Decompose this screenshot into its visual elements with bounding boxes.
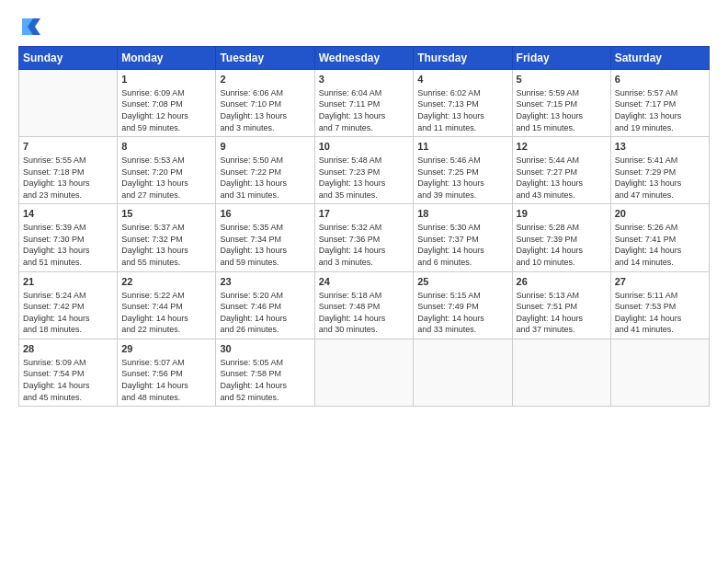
- calendar-cell: 11Sunrise: 5:46 AM Sunset: 7:25 PM Dayli…: [414, 137, 512, 204]
- calendar-cell: 14Sunrise: 5:39 AM Sunset: 7:30 PM Dayli…: [19, 204, 118, 271]
- calendar-cell: 21Sunrise: 5:24 AM Sunset: 7:42 PM Dayli…: [19, 271, 118, 339]
- calendar-cell: 16Sunrise: 5:35 AM Sunset: 7:34 PM Dayli…: [216, 204, 314, 271]
- calendar-cell: [314, 339, 414, 406]
- day-info: Sunrise: 6:04 AM Sunset: 7:11 PM Dayligh…: [319, 87, 410, 133]
- calendar-cell: 9Sunrise: 5:50 AM Sunset: 7:22 PM Daylig…: [216, 137, 314, 204]
- calendar-cell: 5Sunrise: 5:59 AM Sunset: 7:15 PM Daylig…: [512, 70, 610, 137]
- calendar-cell: 22Sunrise: 5:22 AM Sunset: 7:44 PM Dayli…: [118, 271, 216, 339]
- calendar-cell: 15Sunrise: 5:37 AM Sunset: 7:32 PM Dayli…: [118, 204, 216, 271]
- day-number: 19: [517, 207, 607, 221]
- calendar-cell: 4Sunrise: 6:02 AM Sunset: 7:13 PM Daylig…: [414, 70, 512, 137]
- calendar-cell: 25Sunrise: 5:15 AM Sunset: 7:49 PM Dayli…: [414, 271, 512, 339]
- calendar-cell: 18Sunrise: 5:30 AM Sunset: 7:37 PM Dayli…: [414, 204, 512, 271]
- day-number: 24: [319, 275, 410, 289]
- calendar-week-row: 21Sunrise: 5:24 AM Sunset: 7:42 PM Dayli…: [19, 271, 710, 339]
- calendar-week-row: 1Sunrise: 6:09 AM Sunset: 7:08 PM Daylig…: [19, 70, 710, 137]
- day-info: Sunrise: 5:39 AM Sunset: 7:30 PM Dayligh…: [23, 222, 113, 268]
- day-info: Sunrise: 5:05 AM Sunset: 7:58 PM Dayligh…: [220, 357, 310, 403]
- calendar-header-row: SundayMondayTuesdayWednesdayThursdayFrid…: [19, 47, 710, 70]
- calendar-cell: [610, 339, 709, 406]
- day-info: Sunrise: 5:09 AM Sunset: 7:54 PM Dayligh…: [23, 357, 113, 403]
- calendar-header-tuesday: Tuesday: [216, 47, 314, 70]
- day-number: 13: [615, 140, 705, 154]
- calendar-header-monday: Monday: [118, 47, 216, 70]
- day-info: Sunrise: 5:22 AM Sunset: 7:44 PM Dayligh…: [121, 290, 211, 336]
- calendar-header-sunday: Sunday: [19, 47, 118, 70]
- day-number: 12: [517, 140, 607, 154]
- day-number: 11: [417, 140, 507, 154]
- calendar-cell: 27Sunrise: 5:11 AM Sunset: 7:53 PM Dayli…: [610, 271, 709, 339]
- day-number: 7: [23, 140, 113, 154]
- day-info: Sunrise: 5:30 AM Sunset: 7:37 PM Dayligh…: [417, 222, 507, 268]
- day-number: 1: [121, 73, 211, 86]
- day-info: Sunrise: 5:32 AM Sunset: 7:36 PM Dayligh…: [319, 222, 410, 268]
- calendar-cell: 24Sunrise: 5:18 AM Sunset: 7:48 PM Dayli…: [314, 271, 414, 339]
- day-number: 30: [220, 342, 310, 356]
- calendar-cell: 6Sunrise: 5:57 AM Sunset: 7:17 PM Daylig…: [610, 70, 709, 137]
- day-number: 2: [220, 73, 310, 86]
- day-number: 9: [220, 140, 310, 154]
- day-number: 17: [319, 207, 410, 221]
- day-number: 28: [23, 342, 113, 356]
- calendar-cell: 2Sunrise: 6:06 AM Sunset: 7:10 PM Daylig…: [216, 70, 314, 137]
- day-info: Sunrise: 5:53 AM Sunset: 7:20 PM Dayligh…: [121, 155, 211, 201]
- calendar-cell: 17Sunrise: 5:32 AM Sunset: 7:36 PM Dayli…: [314, 204, 414, 271]
- calendar-cell: [512, 339, 610, 406]
- day-info: Sunrise: 5:41 AM Sunset: 7:29 PM Dayligh…: [615, 155, 705, 201]
- day-info: Sunrise: 5:57 AM Sunset: 7:17 PM Dayligh…: [615, 87, 705, 133]
- day-number: 25: [417, 275, 507, 289]
- day-info: Sunrise: 5:11 AM Sunset: 7:53 PM Dayligh…: [615, 290, 705, 336]
- day-number: 21: [23, 275, 113, 289]
- day-number: 4: [417, 73, 507, 86]
- day-number: 5: [517, 73, 607, 86]
- day-info: Sunrise: 6:02 AM Sunset: 7:13 PM Dayligh…: [417, 87, 507, 133]
- day-info: Sunrise: 6:06 AM Sunset: 7:10 PM Dayligh…: [220, 87, 310, 133]
- calendar-cell: 29Sunrise: 5:07 AM Sunset: 7:56 PM Dayli…: [118, 339, 216, 406]
- calendar-week-row: 7Sunrise: 5:55 AM Sunset: 7:18 PM Daylig…: [19, 137, 710, 204]
- day-info: Sunrise: 5:44 AM Sunset: 7:27 PM Dayligh…: [517, 155, 607, 201]
- day-info: Sunrise: 5:35 AM Sunset: 7:34 PM Dayligh…: [220, 222, 310, 268]
- calendar-cell: 12Sunrise: 5:44 AM Sunset: 7:27 PM Dayli…: [512, 137, 610, 204]
- day-info: Sunrise: 5:07 AM Sunset: 7:56 PM Dayligh…: [121, 357, 211, 403]
- day-info: Sunrise: 5:13 AM Sunset: 7:51 PM Dayligh…: [517, 290, 607, 336]
- day-number: 22: [121, 275, 211, 289]
- calendar-cell: 10Sunrise: 5:48 AM Sunset: 7:23 PM Dayli…: [314, 137, 414, 204]
- day-info: Sunrise: 6:09 AM Sunset: 7:08 PM Dayligh…: [121, 87, 211, 133]
- day-info: Sunrise: 5:55 AM Sunset: 7:18 PM Dayligh…: [23, 155, 113, 201]
- logo-flag-icon: [20, 17, 40, 37]
- calendar-week-row: 28Sunrise: 5:09 AM Sunset: 7:54 PM Dayli…: [19, 339, 710, 406]
- day-number: 18: [417, 207, 507, 221]
- day-number: 27: [615, 275, 705, 289]
- calendar-cell: [414, 339, 512, 406]
- day-number: 20: [615, 207, 705, 221]
- day-info: Sunrise: 5:37 AM Sunset: 7:32 PM Dayligh…: [121, 222, 211, 268]
- day-info: Sunrise: 5:48 AM Sunset: 7:23 PM Dayligh…: [319, 155, 410, 201]
- calendar-table: SundayMondayTuesdayWednesdayThursdayFrid…: [18, 46, 710, 407]
- day-info: Sunrise: 5:50 AM Sunset: 7:22 PM Dayligh…: [220, 155, 310, 201]
- calendar-cell: 19Sunrise: 5:28 AM Sunset: 7:39 PM Dayli…: [512, 204, 610, 271]
- day-number: 15: [121, 207, 211, 221]
- day-info: Sunrise: 5:18 AM Sunset: 7:48 PM Dayligh…: [319, 290, 410, 336]
- day-number: 3: [319, 73, 410, 86]
- day-info: Sunrise: 5:24 AM Sunset: 7:42 PM Dayligh…: [23, 290, 113, 336]
- calendar-header-saturday: Saturday: [610, 47, 709, 70]
- day-number: 16: [220, 207, 310, 221]
- calendar-cell: 20Sunrise: 5:26 AM Sunset: 7:41 PM Dayli…: [610, 204, 709, 271]
- day-info: Sunrise: 5:15 AM Sunset: 7:49 PM Dayligh…: [417, 290, 507, 336]
- page: SundayMondayTuesdayWednesdayThursdayFrid…: [0, 0, 728, 563]
- calendar-cell: [19, 70, 118, 137]
- calendar-cell: 1Sunrise: 6:09 AM Sunset: 7:08 PM Daylig…: [118, 70, 216, 137]
- calendar-cell: 8Sunrise: 5:53 AM Sunset: 7:20 PM Daylig…: [118, 137, 216, 204]
- calendar-week-row: 14Sunrise: 5:39 AM Sunset: 7:30 PM Dayli…: [19, 204, 710, 271]
- calendar-header-thursday: Thursday: [414, 47, 512, 70]
- calendar-cell: 7Sunrise: 5:55 AM Sunset: 7:18 PM Daylig…: [19, 137, 118, 204]
- day-info: Sunrise: 5:26 AM Sunset: 7:41 PM Dayligh…: [615, 222, 705, 268]
- calendar-cell: 30Sunrise: 5:05 AM Sunset: 7:58 PM Dayli…: [216, 339, 314, 406]
- day-info: Sunrise: 5:28 AM Sunset: 7:39 PM Dayligh…: [517, 222, 607, 268]
- calendar-cell: 13Sunrise: 5:41 AM Sunset: 7:29 PM Dayli…: [610, 137, 709, 204]
- header: [18, 17, 710, 37]
- day-number: 29: [121, 342, 211, 356]
- day-number: 23: [220, 275, 310, 289]
- day-number: 8: [121, 140, 211, 154]
- day-number: 14: [23, 207, 113, 221]
